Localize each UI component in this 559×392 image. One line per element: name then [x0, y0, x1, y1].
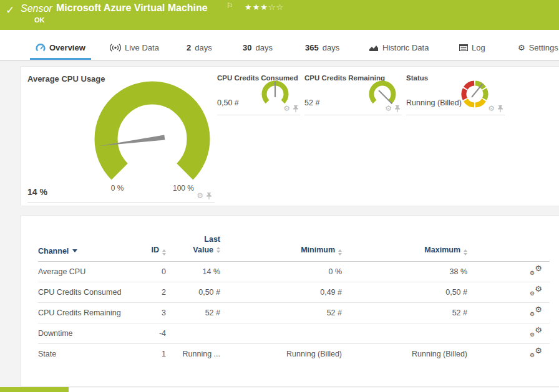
tab-historic-data[interactable]: Historic Data	[369, 43, 429, 60]
tab-bar: Overview Live Data 2 days 30 days 365 da…	[0, 30, 559, 60]
gauge-settings-icon[interactable]: ⚙	[385, 105, 392, 112]
gear-icon: ⚙	[535, 285, 542, 293]
pin-icon[interactable]	[497, 105, 503, 112]
gauge-credits-remaining: CPU Credits Remaining 52 # ⚙	[304, 70, 402, 115]
sensor-header: ✓ Sensor Microsoft Azure Virtual Machine…	[0, 0, 559, 30]
gauge-settings-icon[interactable]: ⚙	[283, 105, 290, 112]
channel-maximum: 0,50 #	[342, 282, 467, 302]
column-header-id[interactable]: ID	[138, 234, 166, 261]
gear-icon: ⚙	[535, 305, 542, 313]
tab-2-days[interactable]: 2 days	[187, 43, 212, 60]
column-header-maximum[interactable]: Maximum	[342, 234, 467, 261]
tab-live-data[interactable]: Live Data	[110, 43, 159, 60]
priority-stars[interactable]: ★★★☆☆	[245, 2, 284, 12]
priority-flag-icon[interactable]: ⚐	[226, 1, 233, 10]
channel-name: Downtime	[38, 323, 138, 343]
content-area: Average CPU Usage 0 % 100 % 14 % ⚙ CPU C…	[0, 60, 559, 388]
channel-name: State	[38, 343, 138, 364]
channel-maximum: Running (Billed)	[342, 343, 467, 364]
channel-last-value	[166, 323, 220, 343]
tab-label: Overview	[49, 43, 85, 52]
channel-name: Average CPU	[38, 261, 138, 282]
tab-label: days	[323, 43, 339, 52]
gauge-credits-consumed: CPU Credits Consumed 0,50 # ⚙	[217, 70, 300, 115]
column-header-channel[interactable]: Channel	[38, 234, 138, 261]
tab-settings[interactable]: ⚙ Settings	[518, 43, 558, 60]
tab-label: days	[255, 43, 272, 52]
gauge-value: 14 %	[27, 187, 47, 197]
table-row: Downtime -4 ⚙⚙	[38, 323, 550, 343]
sensor-status-badge: OK	[34, 16, 45, 24]
tab-number: 30	[243, 43, 251, 52]
gear-icon: ⚙	[535, 264, 542, 272]
gauge-value: 52 #	[304, 98, 319, 107]
sensor-kind-label: Sensor	[21, 3, 52, 14]
gauge-title: Status	[406, 74, 428, 82]
channel-settings-icon[interactable]: ⚙⚙	[530, 307, 542, 317]
log-list-icon	[459, 44, 468, 51]
channels-panel: Channel ID Last Value Minimum	[21, 215, 559, 387]
channel-settings-icon[interactable]: ⚙⚙	[530, 327, 542, 337]
pin-icon[interactable]	[206, 192, 212, 199]
sort-icon	[464, 249, 467, 256]
status-ok-check-icon: ✓	[6, 4, 14, 16]
tab-log[interactable]: Log	[459, 43, 485, 60]
gauge-status: Status Running (Billed) ⚙	[406, 70, 505, 115]
channel-maximum: 52 #	[342, 302, 467, 323]
tab-label: Historic Data	[382, 43, 429, 52]
gauge-actions: ⚙	[385, 105, 401, 112]
channel-minimum	[220, 323, 342, 343]
channel-id: 1	[138, 343, 166, 364]
column-header-minimum[interactable]: Minimum	[220, 234, 342, 261]
column-header-actions	[467, 234, 550, 261]
header-label: Channel	[38, 247, 69, 256]
tab-30-days[interactable]: 30 days	[243, 43, 273, 60]
channel-id: -4	[138, 323, 166, 343]
channel-settings-icon[interactable]: ⚙⚙	[530, 348, 542, 358]
channel-id: 3	[138, 302, 166, 323]
tab-number: 2	[187, 43, 191, 52]
footer-strip	[0, 388, 559, 392]
gauge-value: 0,50 #	[217, 98, 239, 107]
channel-settings-icon[interactable]: ⚙⚙	[530, 265, 542, 275]
gauge-max-label: 100 %	[173, 184, 194, 193]
live-data-icon	[110, 44, 121, 52]
header-label: ID	[152, 246, 160, 254]
sort-desc-icon	[72, 249, 77, 252]
gear-icon: ⚙	[530, 291, 535, 297]
tab-365-days[interactable]: 365 days	[305, 43, 339, 60]
stars-filled[interactable]: ★★★	[245, 2, 268, 12]
pin-icon[interactable]	[293, 105, 299, 112]
channels-table: Channel ID Last Value Minimum	[38, 234, 550, 364]
tab-label: Live Data	[125, 43, 159, 52]
header-label: Minimum	[301, 246, 335, 254]
channel-last-value: 52 #	[166, 302, 220, 323]
gauge-icon	[36, 44, 46, 52]
gauges-panel: Average CPU Usage 0 % 100 % 14 % ⚙ CPU C…	[21, 66, 559, 206]
table-row: Average CPU 0 14 % 0 % 38 % ⚙⚙	[38, 261, 550, 282]
table-row: CPU Credits Remaining 3 52 # 52 # 52 # ⚙…	[38, 302, 550, 323]
channel-last-value: Running ...	[166, 343, 220, 364]
channel-name: CPU Credits Remaining	[38, 302, 138, 323]
gauge-settings-icon[interactable]: ⚙	[197, 192, 203, 199]
table-row: CPU Credits Consumed 2 0,50 # 0,49 # 0,5…	[38, 282, 550, 302]
tab-overview[interactable]: Overview	[30, 43, 91, 60]
gear-icon: ⚙	[535, 347, 542, 355]
tab-label: Log	[472, 43, 485, 52]
stars-empty[interactable]: ☆☆	[268, 2, 284, 12]
footer-accent-bar	[0, 387, 69, 392]
channel-id: 0	[138, 261, 166, 282]
gauge-settings-icon[interactable]: ⚙	[488, 105, 495, 112]
channel-minimum: 52 #	[220, 302, 342, 323]
tab-label: Settings	[529, 43, 558, 52]
channel-last-value: 14 %	[166, 261, 220, 282]
channel-settings-icon[interactable]: ⚙⚙	[530, 286, 542, 296]
column-header-last-value[interactable]: Last Value	[166, 234, 220, 261]
gauge-value: Running (Billed)	[406, 98, 462, 107]
tab-number: 365	[305, 43, 319, 52]
header-label: Value	[193, 245, 213, 256]
channel-name: CPU Credits Consumed	[38, 282, 138, 302]
header-label: Last	[204, 234, 220, 245]
pin-icon[interactable]	[394, 105, 401, 112]
area-chart-icon	[369, 44, 379, 52]
